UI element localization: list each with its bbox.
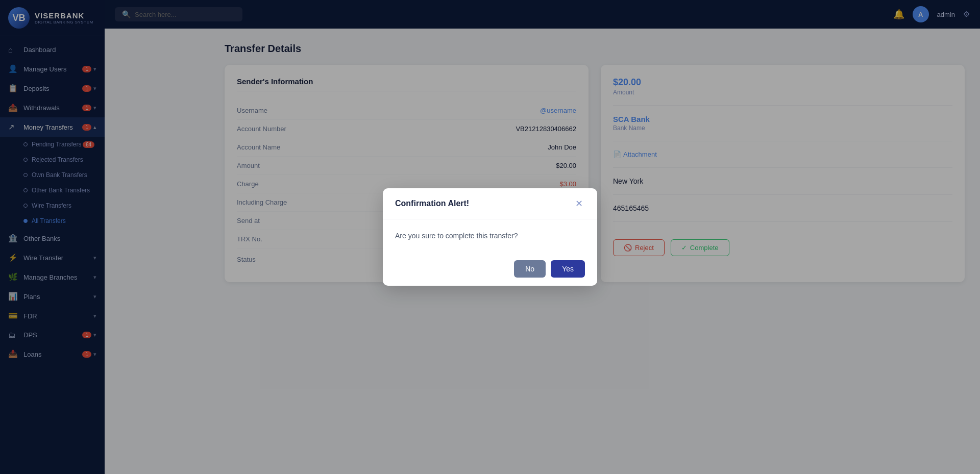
modal-overlay: Confirmation Alert! ✕ Are you sure to co… xyxy=(0,0,980,474)
modal-yes-button[interactable]: Yes xyxy=(551,260,585,278)
modal-title: Confirmation Alert! xyxy=(395,199,469,208)
modal-header: Confirmation Alert! ✕ xyxy=(383,188,597,219)
modal-message: Are you sure to complete this transfer? xyxy=(395,232,518,240)
confirmation-modal: Confirmation Alert! ✕ Are you sure to co… xyxy=(383,188,597,286)
modal-body: Are you sure to complete this transfer? xyxy=(383,219,597,252)
modal-no-button[interactable]: No xyxy=(514,260,546,278)
modal-footer: No Yes xyxy=(383,252,597,286)
modal-close-button[interactable]: ✕ xyxy=(573,197,585,210)
